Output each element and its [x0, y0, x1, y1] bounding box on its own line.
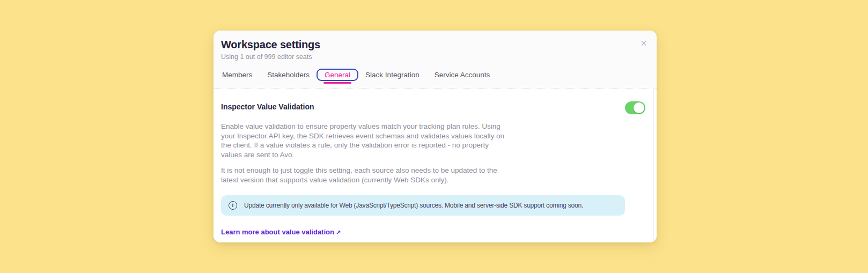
info-banner-text: Update currently only available for Web … [244, 202, 583, 209]
page-title: Workspace settings [221, 39, 649, 51]
close-button[interactable]: ✕ [638, 38, 650, 49]
toggle-knob [634, 102, 644, 113]
tab-bar: Members Stakeholders General Slack Integ… [221, 69, 649, 88]
validation-description: Enable value validation to ensure proper… [221, 122, 521, 159]
scrollbar-track[interactable] [653, 88, 654, 242]
info-icon: i [229, 201, 237, 210]
inspector-validation-toggle[interactable] [625, 101, 645, 114]
modal-header: Workspace settings Using 1 out of 999 ed… [214, 31, 657, 88]
learn-more-label: Learn more about value validation [221, 228, 334, 236]
page-background: { "colors": { "page_background_yellow": … [0, 0, 868, 273]
general-settings-panel: Inspector Value Validation Enable value … [214, 88, 657, 242]
close-icon: ✕ [641, 39, 648, 48]
validation-update-note: It is not enough to just toggle this set… [221, 166, 521, 185]
tab-slack-integration[interactable]: Slack Integration [365, 69, 420, 80]
setting-row: Inspector Value Validation [221, 101, 649, 114]
tab-service-accounts[interactable]: Service Accounts [435, 69, 490, 80]
tab-members[interactable]: Members [222, 69, 252, 80]
tab-stakeholders[interactable]: Stakeholders [267, 69, 310, 80]
workspace-settings-modal: Workspace settings Using 1 out of 999 ed… [214, 31, 657, 242]
external-link-icon: ↗ [336, 229, 341, 235]
learn-more-link[interactable]: Learn more about value validation↗ [221, 228, 341, 236]
tab-general[interactable]: General [317, 69, 358, 81]
seats-usage-subtitle: Using 1 out of 999 editor seats [221, 53, 649, 61]
info-banner: i Update currently only available for We… [221, 195, 625, 216]
inspector-value-validation-heading: Inspector Value Validation [221, 101, 314, 111]
info-icon-glyph: i [232, 203, 234, 208]
